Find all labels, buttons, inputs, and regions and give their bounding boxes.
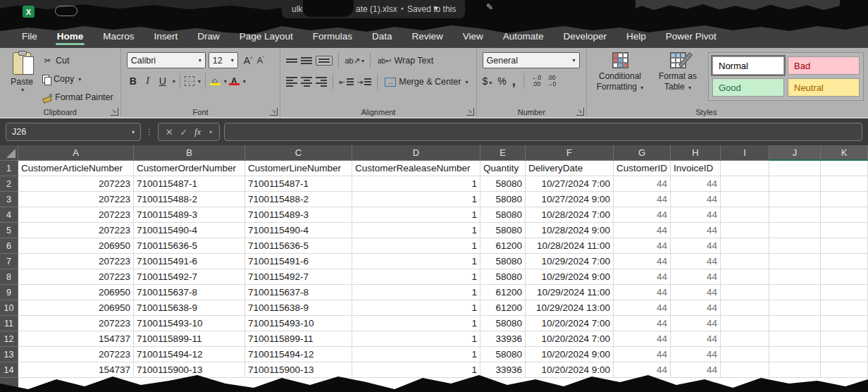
- cell-I8[interactable]: [721, 269, 769, 285]
- cell-B10[interactable]: 7100115638-9: [134, 300, 245, 316]
- cell-K10[interactable]: [821, 300, 868, 316]
- wrap-text-button[interactable]: ab↩Wrap Text: [376, 52, 435, 69]
- tab-power-pivot[interactable]: Power Pivot: [657, 25, 726, 47]
- cell-B12[interactable]: 7100115899-11: [134, 331, 245, 347]
- cell-G3[interactable]: 44: [614, 192, 671, 207]
- cell-K11[interactable]: [821, 316, 868, 331]
- decrease-indent-button[interactable]: ⇤: [339, 78, 353, 86]
- cell-K13[interactable]: [821, 347, 868, 362]
- cell-D13[interactable]: 1: [352, 347, 480, 362]
- cell-E2[interactable]: 58080: [480, 176, 526, 192]
- cell-A6[interactable]: 206950: [18, 238, 134, 254]
- fill-color-button[interactable]: ◇: [210, 78, 221, 85]
- paste-button[interactable]: Paste ▾: [6, 52, 38, 106]
- cell-E12[interactable]: 33936: [480, 331, 526, 347]
- cell-K4[interactable]: [821, 207, 868, 223]
- cell-D14[interactable]: 1: [352, 362, 480, 378]
- cell-E11[interactable]: 58080: [480, 316, 526, 331]
- cell-C8[interactable]: 7100115492-7: [245, 269, 352, 285]
- row-header-5[interactable]: 5: [0, 223, 18, 238]
- row-header-11[interactable]: 11: [0, 316, 18, 331]
- cell-G4[interactable]: 44: [614, 207, 671, 223]
- cell-G2[interactable]: 44: [614, 176, 671, 192]
- cell-K9[interactable]: [821, 285, 868, 300]
- cell-D10[interactable]: 1: [352, 300, 480, 316]
- clipboard-dialog-launcher[interactable]: ↘: [111, 108, 118, 116]
- cell-C2[interactable]: 7100115487-1: [245, 176, 352, 192]
- column-header-B[interactable]: B: [134, 145, 245, 161]
- column-header-H[interactable]: H: [671, 145, 721, 161]
- cell-J6[interactable]: [769, 238, 821, 254]
- cell-C12[interactable]: 7100115899-11: [245, 331, 352, 347]
- select-all-button[interactable]: [0, 145, 18, 161]
- cell-B9[interactable]: 7100115637-8: [134, 285, 245, 300]
- italic-button[interactable]: I: [142, 75, 154, 87]
- cell-H10[interactable]: 44: [671, 300, 721, 316]
- cell-J11[interactable]: [769, 316, 821, 331]
- row-header-14[interactable]: 14: [0, 362, 18, 378]
- cancel-button[interactable]: ✕: [166, 127, 173, 137]
- column-header-I[interactable]: I: [721, 145, 769, 161]
- cell-A9[interactable]: 206950: [18, 285, 134, 300]
- increase-indent-button[interactable]: ⇥: [357, 78, 371, 86]
- style-normal[interactable]: Normal: [712, 56, 784, 75]
- cell-G1[interactable]: CustomerID: [614, 161, 671, 176]
- column-header-E[interactable]: E: [480, 145, 526, 161]
- font-name-select[interactable]: Calibri▾: [127, 52, 206, 68]
- cell-F1[interactable]: DeliveryDate: [526, 161, 614, 176]
- align-left-button[interactable]: [286, 77, 297, 87]
- cell-B5[interactable]: 7100115490-4: [134, 223, 245, 238]
- row-header-8[interactable]: 8: [0, 269, 18, 285]
- cell-J5[interactable]: [769, 223, 821, 238]
- formula-input[interactable]: [224, 123, 862, 141]
- merge-center-button[interactable]: ↔Merge & Center▾: [383, 73, 469, 90]
- cell-A8[interactable]: 207223: [18, 269, 134, 285]
- cell-D11[interactable]: 1: [352, 316, 480, 331]
- conditional-formatting-button[interactable]: Conditional Formatting ▾: [593, 52, 647, 92]
- format-painter-button[interactable]: Format Painter: [41, 89, 115, 106]
- cell-A7[interactable]: 207223: [18, 254, 134, 269]
- row-header-4[interactable]: 4: [0, 207, 18, 223]
- bold-button[interactable]: B: [127, 75, 140, 87]
- font-size-select[interactable]: 12▾: [209, 52, 238, 68]
- cell-D12[interactable]: 1: [352, 331, 480, 347]
- align-bottom-button[interactable]: [316, 56, 333, 66]
- percent-button[interactable]: %: [497, 75, 506, 87]
- cell-B13[interactable]: 7100115494-12: [134, 347, 245, 362]
- cell-B8[interactable]: 7100115492-7: [134, 269, 245, 285]
- name-box[interactable]: J26▾: [6, 123, 141, 141]
- cell-H13[interactable]: 44: [671, 347, 721, 362]
- cell-A10[interactable]: 206950: [18, 300, 134, 316]
- font-dialog-launcher[interactable]: ↘: [270, 108, 278, 116]
- cell-H14[interactable]: 44: [671, 362, 721, 378]
- cell-G7[interactable]: 44: [614, 254, 671, 269]
- cell-H8[interactable]: 44: [671, 269, 721, 285]
- tab-file[interactable]: File: [13, 25, 46, 47]
- tab-data[interactable]: Data: [363, 25, 402, 47]
- row-header-7[interactable]: 7: [0, 254, 18, 269]
- cell-G5[interactable]: 44: [614, 223, 671, 238]
- cell-C7[interactable]: 7100115491-6: [245, 254, 352, 269]
- style-bad[interactable]: Bad: [788, 56, 860, 75]
- cell-G14[interactable]: 44: [614, 362, 671, 378]
- cell-I9[interactable]: [721, 285, 769, 300]
- cell-H6[interactable]: 44: [671, 238, 721, 254]
- cell-E10[interactable]: 61200: [480, 300, 526, 316]
- align-top-button[interactable]: [286, 59, 297, 63]
- cell-D6[interactable]: 1: [352, 238, 480, 254]
- style-neutral[interactable]: Neutral: [788, 78, 860, 97]
- cell-A11[interactable]: 207223: [18, 316, 134, 331]
- cell-E5[interactable]: 58080: [480, 223, 526, 238]
- cell-J3[interactable]: [769, 192, 821, 207]
- grow-font-button[interactable]: A^: [244, 55, 253, 66]
- cell-G9[interactable]: 44: [614, 285, 671, 300]
- column-header-K[interactable]: K: [821, 145, 868, 161]
- cell-C13[interactable]: 7100115494-12: [245, 347, 352, 362]
- cell-D7[interactable]: 1: [352, 254, 480, 269]
- align-middle-button[interactable]: [301, 57, 312, 64]
- cell-I2[interactable]: [721, 176, 769, 192]
- cell-I3[interactable]: [721, 192, 769, 207]
- row-header-9[interactable]: 9: [0, 285, 18, 300]
- style-good[interactable]: Good: [712, 78, 784, 97]
- cell-I6[interactable]: [721, 238, 769, 254]
